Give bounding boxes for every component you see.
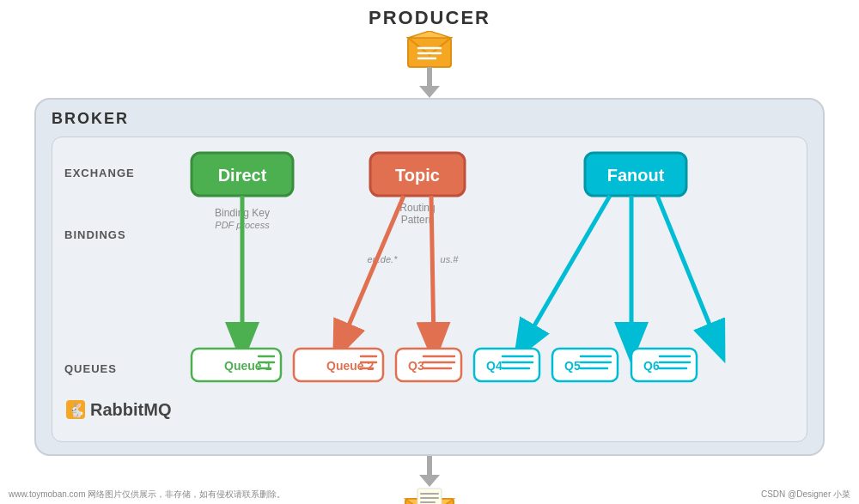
svg-text:QUEUES: QUEUES [64,362,117,375]
svg-line-28 [657,196,717,343]
svg-text:Direct: Direct [218,166,267,185]
producer-section: PRODUCER [369,7,490,69]
svg-text:eu.de.*: eu.de.* [368,254,399,264]
svg-line-24 [341,196,404,343]
svg-line-25 [431,196,434,343]
consumer-section: CONSUMER [368,487,491,504]
broker-label: BROKER [52,110,807,128]
svg-text:🐇: 🐇 [68,402,85,418]
svg-rect-45 [474,349,539,381]
svg-rect-55 [631,349,697,381]
svg-text:Q3: Q3 [408,359,424,373]
svg-text:Fanout: Fanout [607,166,665,185]
svg-marker-2 [408,31,451,38]
producer-to-broker-arrow [419,67,440,98]
svg-text:Q6: Q6 [643,359,660,373]
producer-label: PRODUCER [369,7,490,29]
svg-text:Q4: Q4 [486,359,503,373]
producer-envelope-icon [406,31,453,69]
svg-text:Topic: Topic [395,166,440,185]
svg-text:Pattern: Pattern [401,214,435,226]
svg-rect-40 [396,349,461,381]
svg-rect-50 [552,349,618,381]
broker-box: BROKER EXCHANGE Direct Topic Fanout BIND… [34,98,825,456]
svg-text:us.#: us.# [441,254,460,264]
inner-broker-box: EXCHANGE Direct Topic Fanout BINDINGS Bi… [52,137,807,442]
consumer-envelope-icon [404,487,455,504]
svg-line-26 [524,196,610,343]
svg-text:RabbitMQ: RabbitMQ [90,400,171,419]
footer-left: www.toymoban.com 网络图片仅供展示，非存储，如有侵权请联系删除。 [9,489,285,501]
svg-text:Queue 1: Queue 1 [224,359,271,373]
svg-text:Queue 2: Queue 2 [326,359,374,373]
broker-to-consumer-arrow [419,456,440,487]
svg-text:EXCHANGE: EXCHANGE [64,167,135,179]
broker-diagram-svg: EXCHANGE Direct Topic Fanout BINDINGS Bi… [64,146,822,429]
svg-text:BINDINGS: BINDINGS [64,228,126,241]
svg-text:Q5: Q5 [564,359,581,373]
footer-right: CSDN @Designer 小菜 [761,489,850,501]
